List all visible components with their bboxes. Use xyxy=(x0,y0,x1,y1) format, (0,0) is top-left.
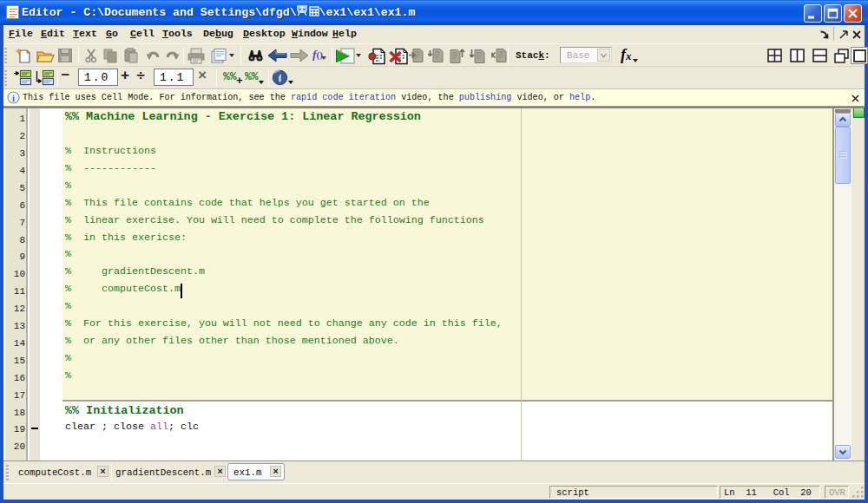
svg-text:i: i xyxy=(12,94,15,103)
